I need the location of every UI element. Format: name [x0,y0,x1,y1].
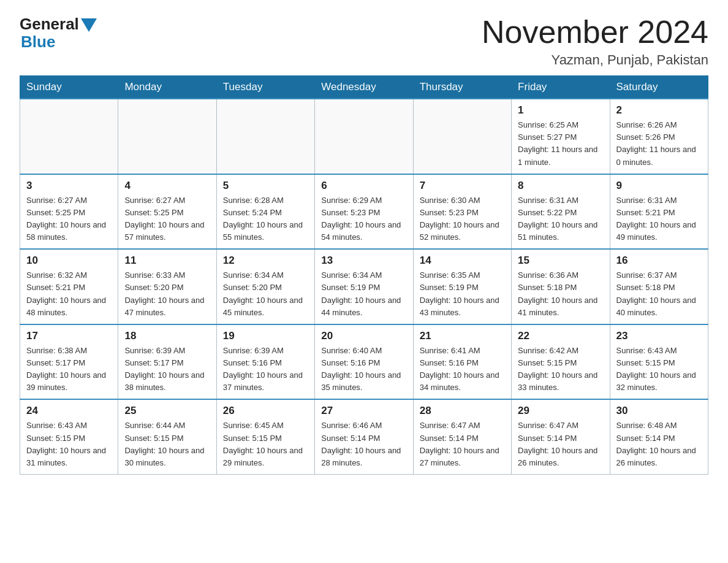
calendar-cell: 4Sunrise: 6:27 AMSunset: 5:25 PMDaylight… [118,174,216,250]
day-info: Sunrise: 6:40 AMSunset: 5:16 PMDaylight:… [321,345,406,394]
day-info: Sunrise: 6:35 AMSunset: 5:19 PMDaylight:… [420,269,505,319]
calendar-cell: 11Sunrise: 6:33 AMSunset: 5:20 PMDayligh… [118,249,216,324]
day-info: Sunrise: 6:45 AMSunset: 5:15 PMDaylight:… [223,419,308,469]
day-info: Sunrise: 6:46 AMSunset: 5:14 PMDaylight:… [321,419,406,469]
logo: General Blue [20,15,97,52]
calendar-cell: 16Sunrise: 6:37 AMSunset: 5:18 PMDayligh… [610,249,708,324]
weekday-header-thursday: Thursday [413,76,511,99]
calendar-cell: 14Sunrise: 6:35 AMSunset: 5:19 PMDayligh… [413,249,511,324]
day-info: Sunrise: 6:47 AMSunset: 5:14 PMDaylight:… [420,419,505,469]
day-info: Sunrise: 6:31 AMSunset: 5:22 PMDaylight:… [518,194,603,244]
day-number: 19 [223,330,308,342]
calendar-cell [216,99,314,174]
day-number: 7 [420,180,505,192]
day-info: Sunrise: 6:37 AMSunset: 5:18 PMDaylight:… [616,269,702,319]
calendar-cell: 21Sunrise: 6:41 AMSunset: 5:16 PMDayligh… [413,324,511,400]
day-number: 8 [518,180,603,192]
calendar-cell: 15Sunrise: 6:36 AMSunset: 5:18 PMDayligh… [512,249,610,324]
calendar-cell: 8Sunrise: 6:31 AMSunset: 5:22 PMDaylight… [512,174,610,250]
day-number: 18 [124,330,210,342]
weekday-header-tuesday: Tuesday [216,76,314,99]
day-number: 2 [616,104,702,117]
day-info: Sunrise: 6:26 AMSunset: 5:26 PMDaylight:… [616,119,702,169]
calendar-week-2: 3Sunrise: 6:27 AMSunset: 5:25 PMDaylight… [20,174,708,250]
calendar-cell: 12Sunrise: 6:34 AMSunset: 5:20 PMDayligh… [216,249,314,324]
day-number: 28 [420,405,505,417]
day-number: 10 [26,255,112,267]
calendar-cell: 27Sunrise: 6:46 AMSunset: 5:14 PMDayligh… [315,399,413,474]
day-info: Sunrise: 6:25 AMSunset: 5:27 PMDaylight:… [518,119,603,169]
day-info: Sunrise: 6:30 AMSunset: 5:23 PMDaylight:… [420,194,505,244]
day-info: Sunrise: 6:29 AMSunset: 5:23 PMDaylight:… [321,194,406,244]
calendar-cell [413,99,511,174]
day-info: Sunrise: 6:38 AMSunset: 5:17 PMDaylight:… [26,345,112,394]
calendar-week-5: 24Sunrise: 6:43 AMSunset: 5:15 PMDayligh… [20,399,708,474]
calendar-cell: 7Sunrise: 6:30 AMSunset: 5:23 PMDaylight… [413,174,511,250]
day-info: Sunrise: 6:39 AMSunset: 5:17 PMDaylight:… [124,345,210,394]
day-number: 27 [321,405,406,417]
calendar-cell: 19Sunrise: 6:39 AMSunset: 5:16 PMDayligh… [216,324,314,400]
day-number: 4 [124,180,210,192]
calendar-cell [20,99,118,174]
day-info: Sunrise: 6:27 AMSunset: 5:25 PMDaylight:… [124,194,210,244]
weekday-header-sunday: Sunday [20,76,118,99]
calendar-location: Yazman, Punjab, Pakistan [482,52,708,68]
calendar-cell: 18Sunrise: 6:39 AMSunset: 5:17 PMDayligh… [118,324,216,400]
day-number: 9 [616,180,702,192]
calendar-cell [118,99,216,174]
calendar-cell [315,99,413,174]
calendar-cell: 20Sunrise: 6:40 AMSunset: 5:16 PMDayligh… [315,324,413,400]
calendar-week-4: 17Sunrise: 6:38 AMSunset: 5:17 PMDayligh… [20,324,708,400]
calendar-week-1: 1Sunrise: 6:25 AMSunset: 5:27 PMDaylight… [20,99,708,174]
weekday-header-saturday: Saturday [610,76,708,99]
calendar-cell: 24Sunrise: 6:43 AMSunset: 5:15 PMDayligh… [20,399,118,474]
day-info: Sunrise: 6:27 AMSunset: 5:25 PMDaylight:… [26,194,112,244]
day-number: 23 [616,330,702,342]
calendar-cell: 3Sunrise: 6:27 AMSunset: 5:25 PMDaylight… [20,174,118,250]
day-info: Sunrise: 6:33 AMSunset: 5:20 PMDaylight:… [124,269,210,319]
logo-triangle-icon [81,18,97,32]
title-block: November 2024 Yazman, Punjab, Pakistan [482,15,708,68]
day-info: Sunrise: 6:44 AMSunset: 5:15 PMDaylight:… [124,419,210,469]
day-number: 11 [124,255,210,267]
day-number: 20 [321,330,406,342]
calendar-cell: 22Sunrise: 6:42 AMSunset: 5:15 PMDayligh… [512,324,610,400]
logo-general-text: General [20,15,79,34]
weekday-header-monday: Monday [118,76,216,99]
calendar-title: November 2024 [482,15,708,50]
calendar-cell: 10Sunrise: 6:32 AMSunset: 5:21 PMDayligh… [20,249,118,324]
calendar-cell: 6Sunrise: 6:29 AMSunset: 5:23 PMDaylight… [315,174,413,250]
calendar-week-3: 10Sunrise: 6:32 AMSunset: 5:21 PMDayligh… [20,249,708,324]
day-info: Sunrise: 6:31 AMSunset: 5:21 PMDaylight:… [616,194,702,244]
day-info: Sunrise: 6:42 AMSunset: 5:15 PMDaylight:… [518,345,603,394]
day-number: 21 [420,330,505,342]
calendar-cell: 1Sunrise: 6:25 AMSunset: 5:27 PMDaylight… [512,99,610,174]
day-info: Sunrise: 6:47 AMSunset: 5:14 PMDaylight:… [518,419,603,469]
page-header: General Blue November 2024 Yazman, Punja… [0,0,728,75]
day-number: 25 [124,405,210,417]
day-number: 6 [321,180,406,192]
day-info: Sunrise: 6:32 AMSunset: 5:21 PMDaylight:… [26,269,112,319]
day-number: 26 [223,405,308,417]
day-info: Sunrise: 6:48 AMSunset: 5:14 PMDaylight:… [616,419,702,469]
day-number: 13 [321,255,406,267]
day-info: Sunrise: 6:34 AMSunset: 5:20 PMDaylight:… [223,269,308,319]
logo-blue-text: Blue [21,33,55,52]
day-number: 22 [518,330,603,342]
calendar-cell: 13Sunrise: 6:34 AMSunset: 5:19 PMDayligh… [315,249,413,324]
day-number: 14 [420,255,505,267]
day-info: Sunrise: 6:39 AMSunset: 5:16 PMDaylight:… [223,345,308,394]
calendar-cell: 28Sunrise: 6:47 AMSunset: 5:14 PMDayligh… [413,399,511,474]
calendar-table: SundayMondayTuesdayWednesdayThursdayFrid… [20,75,708,475]
day-number: 3 [26,180,112,192]
day-number: 12 [223,255,308,267]
calendar-cell: 23Sunrise: 6:43 AMSunset: 5:15 PMDayligh… [610,324,708,400]
day-info: Sunrise: 6:41 AMSunset: 5:16 PMDaylight:… [420,345,505,394]
day-info: Sunrise: 6:28 AMSunset: 5:24 PMDaylight:… [223,194,308,244]
day-number: 17 [26,330,112,342]
calendar-cell: 30Sunrise: 6:48 AMSunset: 5:14 PMDayligh… [610,399,708,474]
weekday-header-friday: Friday [512,76,610,99]
calendar-cell: 25Sunrise: 6:44 AMSunset: 5:15 PMDayligh… [118,399,216,474]
day-number: 5 [223,180,308,192]
day-info: Sunrise: 6:36 AMSunset: 5:18 PMDaylight:… [518,269,603,319]
